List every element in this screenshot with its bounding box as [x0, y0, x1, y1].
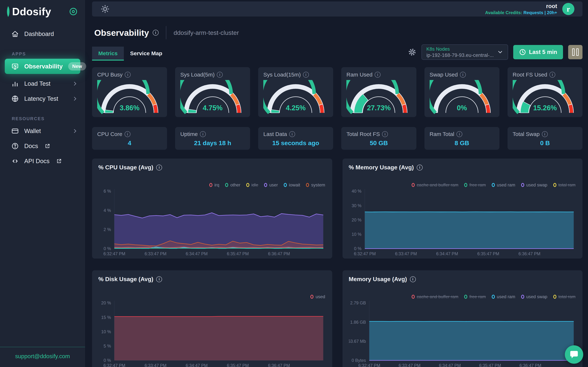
stat-label: Last Data: [263, 131, 287, 137]
credits-value[interactable]: Requests | 20h+: [524, 10, 557, 15]
chart-title: % Memory Usage (Avg): [349, 164, 414, 171]
gauge-label: Swap Used: [430, 72, 458, 78]
info-icon[interactable]: [417, 165, 423, 170]
legend-item-used-swap[interactable]: used swap: [521, 182, 547, 188]
legend-item-irq[interactable]: irq: [209, 182, 219, 188]
time-range-button[interactable]: Last 5 min: [513, 45, 563, 59]
ddosify-logo[interactable]: Ddosify: [6, 6, 51, 18]
legend-item-iowait[interactable]: iowait: [284, 182, 300, 188]
info-icon[interactable]: [200, 131, 206, 137]
area-chart[interactable]: 0 %10 %20 %30 %40 %6:32:47 PM6:33:47 PM6…: [349, 176, 576, 257]
sidebar-item-latency-test[interactable]: Latency Test: [0, 91, 85, 106]
gauge-value: 4.75%: [175, 104, 250, 112]
info-icon[interactable]: [549, 72, 555, 78]
sidebar-collapse-icon[interactable]: [69, 7, 78, 16]
area-chart[interactable]: 0 %5 %10 %15 %20 %6:32:47 PM6:33:47 PM6:…: [98, 288, 326, 367]
legend-item-user[interactable]: user: [264, 182, 278, 188]
info-icon[interactable]: [156, 165, 162, 170]
gauge-label: Sys Load(5m): [180, 72, 215, 78]
svg-text:6:36:47 PM: 6:36:47 PM: [268, 363, 290, 367]
svg-text:6:32:47 PM: 6:32:47 PM: [354, 251, 376, 256]
theme-toggle-icon[interactable]: [101, 5, 109, 13]
chat-bubble-icon: [569, 350, 579, 359]
sidebar-item-api-docs[interactable]: API Docs: [0, 154, 85, 169]
legend-item-cache-and-buffer-ram[interactable]: cache and buffer ram: [412, 294, 458, 299]
gauge-card-swap-used: Swap Used 0%: [424, 67, 499, 117]
ddosify-dashboard: Ddosify Dashboard APPS Observability New…: [0, 0, 588, 367]
svg-text:1.86 GB: 1.86 GB: [350, 320, 366, 325]
svg-text:0 %: 0 %: [104, 358, 111, 363]
legend-ring-icon: [310, 295, 313, 299]
legend-item-used-swap[interactable]: used swap: [521, 294, 547, 299]
info-icon[interactable]: [217, 72, 223, 78]
svg-text:6:34:47 PM: 6:34:47 PM: [439, 363, 461, 367]
stat-card-cpu-core: CPU Core 4: [92, 127, 167, 150]
stat-card-last-data: Last Data 15 seconds ago: [258, 127, 333, 150]
legend-item-system[interactable]: system: [306, 182, 325, 188]
tab-service-map[interactable]: Service Map: [124, 47, 168, 60]
info-icon[interactable]: [125, 131, 130, 137]
legend-item-used[interactable]: used: [310, 294, 325, 299]
avatar[interactable]: r: [562, 3, 574, 15]
info-icon[interactable]: [289, 131, 295, 137]
info-icon[interactable]: [542, 131, 548, 137]
tab-metrics[interactable]: Metrics: [92, 47, 124, 60]
legend-item-other[interactable]: other: [225, 182, 240, 188]
title-info-icon[interactable]: [153, 30, 159, 36]
legend-item-used-ram[interactable]: used ram: [492, 182, 515, 188]
sidebar-footer: support@ddosify.com: [0, 347, 85, 367]
svg-text:6:36:47 PM: 6:36:47 PM: [268, 251, 290, 256]
svg-text:6:36:47 PM: 6:36:47 PM: [518, 251, 540, 256]
stat-value: 8 GB: [430, 140, 494, 147]
legend-ring-icon: [464, 183, 467, 187]
legend-item-free-ram[interactable]: free ram: [464, 182, 486, 188]
stat-card-total-swap: Total Swap 0 B: [508, 127, 582, 150]
gear-icon[interactable]: [408, 48, 416, 56]
svg-text:6:35:47 PM: 6:35:47 PM: [479, 363, 501, 367]
gauge-card-ram-used: Ram Used 27.73%: [341, 67, 416, 117]
sidebar-item-label: Latency Test: [24, 95, 58, 102]
area-chart[interactable]: 0 %2 %4 %6 %6:32:47 PM6:33:47 PM6:34:47 …: [98, 176, 326, 257]
legend-ring-icon: [412, 295, 415, 299]
credit-card-icon: [11, 127, 19, 135]
info-icon[interactable]: [410, 276, 416, 282]
info-icon[interactable]: [460, 72, 466, 78]
info-icon[interactable]: [457, 131, 462, 137]
svg-text:0 Bytes: 0 Bytes: [352, 358, 366, 363]
gauge-card-cpu-busy: CPU Busy 3.86%: [92, 67, 167, 117]
legend-ring-icon: [412, 183, 415, 187]
clock-icon: [519, 49, 526, 56]
info-icon[interactable]: [303, 72, 309, 78]
sidebar-item-dashboard[interactable]: Dashboard: [0, 26, 85, 42]
stat-grid: CPU Core 4 Uptime 21 days 18 h Last Data…: [92, 127, 582, 150]
sidebar-item-load-test[interactable]: Load Test: [0, 76, 85, 91]
support-email-link[interactable]: support@ddosify.com: [15, 353, 70, 359]
info-icon[interactable]: [375, 72, 380, 78]
help-circle-icon: [11, 142, 19, 150]
svg-text:6:34:47 PM: 6:34:47 PM: [186, 363, 208, 367]
legend-item-total-ram[interactable]: total ram: [553, 294, 576, 299]
gauge-value: 4.25%: [258, 104, 333, 112]
svg-text:6 %: 6 %: [104, 189, 111, 194]
svg-text:6:33:47 PM: 6:33:47 PM: [395, 251, 417, 256]
user-name: root: [485, 3, 557, 9]
area-chart[interactable]: 0 Bytes953.67 Mb1.86 GB2.79 GB6:32:47 PM…: [349, 288, 576, 367]
legend-item-used-ram[interactable]: used ram: [492, 294, 515, 299]
sidebar-item-observability[interactable]: Observability New: [5, 59, 80, 74]
legend-item-idle[interactable]: idle: [246, 182, 258, 188]
gauge-value: 27.73%: [341, 104, 416, 112]
info-icon[interactable]: [382, 131, 388, 137]
sidebar-item-docs[interactable]: Docs: [0, 139, 85, 154]
chat-widget-button[interactable]: [565, 345, 583, 364]
legend-item-free-ram[interactable]: free ram: [464, 294, 486, 299]
sidebar-item-wallet[interactable]: Wallet: [0, 124, 85, 139]
sidebar: Ddosify Dashboard APPS Observability New…: [0, 0, 85, 367]
node-select-dropdown[interactable]: K8s Nodes ip-192-168-79-93.eu-central-..…: [422, 44, 508, 60]
pause-button[interactable]: [568, 45, 582, 59]
info-icon[interactable]: [125, 72, 131, 78]
legend-item-total-ram[interactable]: total ram: [553, 182, 576, 188]
sidebar-item-label: Wallet: [24, 127, 41, 134]
legend-item-cache-and-buffer-ram[interactable]: cache and buffer ram: [412, 182, 458, 188]
stat-value: 21 days 18 h: [180, 140, 245, 147]
info-icon[interactable]: [156, 276, 162, 282]
